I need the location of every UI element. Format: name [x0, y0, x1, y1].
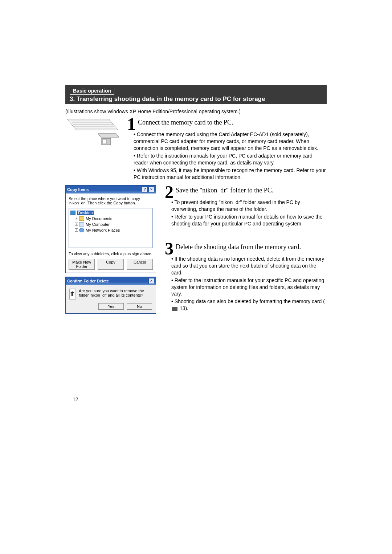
- svg-rect-8: [103, 139, 106, 144]
- yes-button[interactable]: Yes: [98, 303, 124, 310]
- keyboard-card-icon: [65, 117, 120, 150]
- bullet: Refer to your PC instruction manual for …: [171, 213, 327, 227]
- no-button[interactable]: No: [127, 303, 152, 310]
- tree-node-desktop[interactable]: Desktop: [77, 211, 94, 215]
- dialog-title: Copy Items: [67, 187, 141, 192]
- intro-note: (Illustrations show Windows XP Home Edit…: [65, 109, 327, 114]
- step-number-3: 3: [165, 242, 173, 256]
- svg-marker-6: [98, 134, 119, 137]
- expand-icon[interactable]: +: [75, 217, 78, 220]
- step-2-bullets: To prevent deleting "nikon_dr" folder sa…: [171, 199, 327, 227]
- bullet: Shooting data can also be deleted by for…: [171, 298, 327, 312]
- illustration-keyboard: [65, 117, 123, 182]
- step-1-bullets: Connect the memory card using the Card A…: [134, 131, 327, 180]
- manual-page: Basic operation 3. Transferring shooting…: [65, 85, 327, 314]
- page-number: 12: [73, 396, 78, 402]
- dialog-title: Confirm Folder Delete: [67, 279, 148, 283]
- tree-node-network[interactable]: My Network Places: [86, 228, 120, 232]
- desktop-icon: [70, 211, 75, 215]
- copy-button[interactable]: Copy: [98, 259, 124, 270]
- folder-tree[interactable]: Desktop + My Documents + My Computer: [69, 208, 153, 248]
- copy-items-dialog: Copy Items ? × Select the place where yo…: [65, 185, 156, 273]
- bullet: Refer to the instruction manuals for you…: [171, 277, 327, 298]
- bullet: Connect the memory card using the Card A…: [134, 131, 327, 152]
- confirm-delete-dialog: Confirm Folder Delete × 🗑 Are you sure y…: [65, 277, 156, 314]
- step-1-title: Connect the memory card to the PC.: [127, 117, 327, 126]
- camera-icon: [172, 307, 177, 311]
- section-title: 3. Transferring shooting data in the mem…: [65, 95, 327, 104]
- step-1: 1 Connect the memory card to the PC. Con…: [65, 117, 327, 182]
- make-new-folder-button[interactable]: Make New Folder: [69, 259, 95, 270]
- recycle-bin-icon: 🗑: [69, 289, 76, 300]
- dialog-instruction: Select the place where you want to copy …: [69, 196, 153, 205]
- step-2-title: Save the "nikon_dr" folder to the PC.: [165, 185, 327, 194]
- bullet: If the shooting data is no longer needed…: [171, 256, 327, 276]
- row-step2: Copy Items ? × Select the place where yo…: [65, 185, 327, 314]
- help-button[interactable]: ?: [142, 187, 148, 192]
- computer-icon: [79, 222, 84, 227]
- dialog-titlebar: Confirm Folder Delete ×: [66, 277, 156, 285]
- step-number-1: 1: [127, 117, 136, 131]
- section-header: Basic operation 3. Transferring shooting…: [65, 85, 327, 104]
- expand-icon[interactable]: +: [75, 228, 78, 232]
- expand-icon[interactable]: +: [75, 223, 78, 226]
- step-number-2: 2: [165, 185, 173, 199]
- step-3-title: Delete the shooting data from the memory…: [165, 242, 327, 251]
- bullet: Refer to the instruction manuals for you…: [134, 152, 327, 166]
- tree-node-docs[interactable]: My Documents: [86, 216, 112, 221]
- close-button[interactable]: ×: [148, 187, 154, 192]
- dialog-subtext: To view any subfolders, click a plus sig…: [69, 252, 153, 256]
- close-button[interactable]: ×: [148, 278, 154, 284]
- confirm-message: Are you sure you want to remove the fold…: [79, 289, 152, 300]
- step-3-bullets: If the shooting data is no longer needed…: [171, 256, 327, 312]
- category-label: Basic operation: [70, 87, 114, 95]
- bullet: To prevent deleting "nikon_dr" folder sa…: [171, 199, 327, 213]
- bullet: With Windows 95, it may be impossible to…: [134, 167, 327, 181]
- dialog-titlebar: Copy Items ? ×: [66, 186, 156, 194]
- tree-node-computer[interactable]: My Computer: [86, 222, 110, 227]
- folder-icon: [79, 216, 84, 221]
- cancel-button[interactable]: Cancel: [127, 259, 153, 270]
- network-icon: [79, 228, 84, 232]
